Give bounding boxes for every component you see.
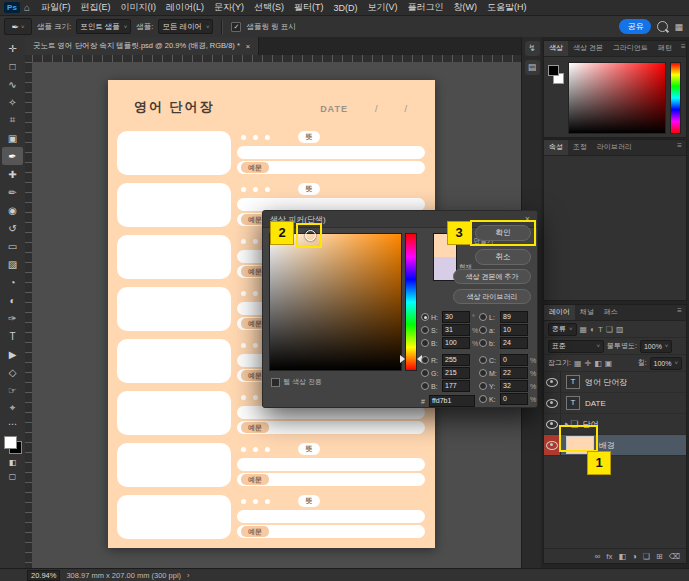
tab-patterns[interactable]: 패턴 (653, 41, 677, 56)
show-sampling-ring-checkbox[interactable]: ✓ (231, 22, 241, 32)
close-icon[interactable]: × (246, 42, 250, 51)
layer-row-date-text[interactable]: T DATE (544, 393, 686, 414)
type-tool-button[interactable]: T (2, 327, 23, 345)
k-radio[interactable] (479, 395, 487, 403)
shape-tool-button[interactable]: ◇ (2, 363, 23, 381)
cancel-button[interactable]: 취소 (475, 249, 531, 265)
menu-image[interactable]: 이미지(I) (116, 0, 162, 15)
h-input[interactable]: 30 (442, 311, 470, 323)
b-radio[interactable] (421, 339, 429, 347)
clone-stamp-tool-button[interactable]: ◉ (2, 201, 23, 219)
c-radio[interactable] (479, 356, 487, 364)
text-layer-thumbnail[interactable]: T (566, 396, 580, 410)
lock-artboard-icon[interactable]: ◧ (594, 359, 602, 368)
tab-gradients[interactable]: 그라디언트 (608, 41, 653, 56)
panel-fg-bg-swatches[interactable] (548, 65, 564, 85)
r-radio[interactable] (421, 356, 429, 364)
new-group-icon[interactable]: ❏ (643, 552, 650, 561)
share-button[interactable]: 공유 (619, 19, 651, 34)
filter-adjustment-layers-icon[interactable]: ◐ (590, 325, 595, 334)
layer-mask-icon[interactable]: ◧ (618, 552, 626, 561)
k-input[interactable]: 0 (500, 393, 528, 405)
tab-swatches[interactable]: 색상 견본 (568, 41, 608, 56)
menu-window[interactable]: 창(W) (449, 0, 483, 15)
foreground-color-swatch[interactable] (4, 436, 17, 449)
menu-file[interactable]: 파일(F) (36, 0, 76, 15)
menu-3d[interactable]: 3D(D) (329, 2, 363, 14)
saturation-brightness-ramp[interactable] (568, 62, 666, 134)
visibility-toggle[interactable] (544, 393, 561, 413)
pen-tool-button[interactable]: ✑ (2, 309, 23, 327)
adjustment-layer-icon[interactable]: ◑ (632, 552, 637, 561)
lock-position-icon[interactable]: ✛ (585, 359, 592, 368)
m-input[interactable]: 22 (500, 367, 528, 379)
workspace-switcher-icon[interactable]: ▦ (674, 22, 683, 32)
l-radio[interactable] (479, 313, 487, 321)
tab-paths[interactable]: 패스 (599, 305, 623, 320)
filter-type-layers-icon[interactable]: T (598, 325, 603, 334)
tab-properties[interactable]: 속성 (544, 140, 568, 155)
eyedropper-tool-button[interactable]: ✒ (2, 147, 23, 165)
search-icon[interactable] (657, 21, 668, 32)
text-layer-thumbnail[interactable]: T (566, 375, 580, 389)
brush-tool-button[interactable]: ✏ (2, 183, 23, 201)
menu-select[interactable]: 선택(S) (249, 0, 289, 15)
y-input[interactable]: 32 (500, 380, 528, 392)
menu-edit[interactable]: 편집(E) (76, 0, 116, 15)
layer-effects-icon[interactable]: fx (606, 552, 612, 561)
fill-value-box[interactable]: 100% ˅ (650, 357, 682, 370)
marquee-tool-button[interactable]: □ (2, 57, 23, 75)
gradient-tool-button[interactable]: ▨ (2, 255, 23, 273)
frame-tool-button[interactable]: ▣ (2, 129, 23, 147)
visibility-toggle[interactable] (544, 372, 561, 392)
menu-type[interactable]: 문자(Y) (209, 0, 249, 15)
move-tool-button[interactable]: ✛ (2, 39, 23, 57)
r-input[interactable]: 255 (442, 354, 470, 366)
panel-menu-icon[interactable]: ≡ (673, 305, 686, 320)
path-select-tool-button[interactable]: ▶ (2, 345, 23, 363)
tab-layers[interactable]: 레이어 (544, 305, 575, 320)
add-to-swatches-button[interactable]: 색상 견본에 추가 (453, 269, 531, 284)
l-input[interactable]: 89 (500, 311, 528, 323)
g-radio[interactable] (421, 369, 429, 377)
crop-tool-button[interactable]: ⌗ (2, 111, 23, 129)
tab-channels[interactable]: 채널 (575, 305, 599, 320)
edit-toolbar-icon[interactable]: ⋯ (2, 417, 23, 431)
menu-layer[interactable]: 레이어(L) (161, 0, 209, 15)
tab-libraries[interactable]: 라이브러리 (592, 140, 637, 155)
bb-radio[interactable] (479, 339, 487, 347)
a-input[interactable]: 10 (500, 324, 528, 336)
status-chevron-icon[interactable]: › (187, 571, 190, 580)
zoom-level-input[interactable]: 20.94% (27, 570, 60, 581)
sample-layers-dropdown[interactable]: 모든 레이어 ˅ (158, 19, 213, 34)
filter-smart-objects-icon[interactable]: ▨ (616, 325, 624, 334)
zoom-tool-button[interactable]: ⌖ (2, 399, 23, 417)
sample-size-dropdown[interactable]: 포인트 샘플 ˅ (76, 19, 131, 34)
b-input[interactable]: 100 (442, 337, 470, 349)
tab-color[interactable]: 색상 (544, 41, 568, 56)
new-layer-icon[interactable]: ⊞ (656, 552, 663, 561)
menu-plugins[interactable]: 플러그인 (403, 0, 449, 15)
home-icon[interactable]: ⌂ (24, 2, 30, 13)
s-radio[interactable] (421, 326, 429, 334)
c-input[interactable]: 0 (500, 354, 528, 366)
bb-input[interactable]: 24 (500, 337, 528, 349)
lock-all-icon[interactable]: ▣ (605, 359, 613, 368)
lasso-tool-button[interactable]: ∿ (2, 75, 23, 93)
menu-view[interactable]: 보기(V) (363, 0, 403, 15)
web-colors-only-checkbox[interactable] (271, 378, 280, 387)
blend-mode-dropdown[interactable]: 표준 ˅ (548, 340, 604, 353)
screen-mode-button[interactable]: ▢ (2, 469, 23, 483)
layer-filter-dropdown[interactable]: 종류 ˅ (548, 323, 577, 336)
quick-select-tool-button[interactable]: ✧ (2, 93, 23, 111)
panel-menu-icon[interactable]: ≡ (677, 41, 689, 56)
hue-spectrum-strip[interactable] (670, 62, 681, 134)
collapsed-panel-icon-2[interactable]: ▤ (525, 60, 540, 75)
b2-input[interactable]: 177 (442, 380, 470, 392)
color-libraries-button[interactable]: 색상 라이브러리 (453, 289, 531, 304)
a-radio[interactable] (479, 326, 487, 334)
menu-filter[interactable]: 필터(T) (289, 0, 329, 15)
hue-slider[interactable] (405, 233, 417, 371)
s-input[interactable]: 31 (442, 324, 470, 336)
b2-radio[interactable] (421, 382, 429, 390)
